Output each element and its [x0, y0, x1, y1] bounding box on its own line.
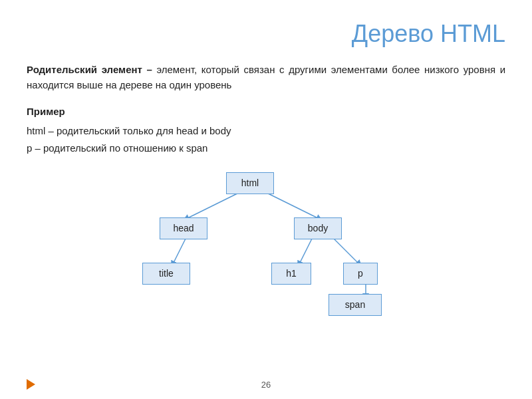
svg-line-4 — [332, 237, 359, 264]
example-line2: p – родительский по отношению к span — [27, 141, 505, 156]
content-area: Родительский элемент – элемент, который … — [27, 63, 505, 312]
node-span: span — [329, 294, 382, 316]
node-title: title — [142, 263, 190, 285]
node-head: head — [160, 217, 207, 239]
svg-line-1 — [263, 191, 319, 219]
diagram-area: html head body title h1 — [27, 166, 505, 312]
example-label: Пример — [27, 104, 505, 120]
node-h1: h1 — [271, 263, 311, 285]
svg-line-3 — [299, 237, 313, 264]
triangle-bullet-icon — [27, 379, 35, 390]
svg-line-2 — [173, 237, 186, 264]
definition-block: Родительский элемент – элемент, который … — [27, 63, 505, 92]
page-number: 26 — [261, 380, 271, 390]
example-line1: html – родительский только для head и bo… — [27, 124, 505, 139]
node-body: body — [294, 217, 342, 239]
slide: Дерево HTML Родительский элемент – элеме… — [0, 0, 532, 399]
node-html: html — [226, 172, 274, 194]
node-p: p — [343, 263, 378, 285]
svg-line-0 — [186, 191, 243, 219]
slide-title: Дерево HTML — [27, 20, 505, 48]
html-tree-diagram: html head body title h1 — [120, 166, 412, 312]
definition-bold: Родительский элемент – — [27, 64, 152, 75]
